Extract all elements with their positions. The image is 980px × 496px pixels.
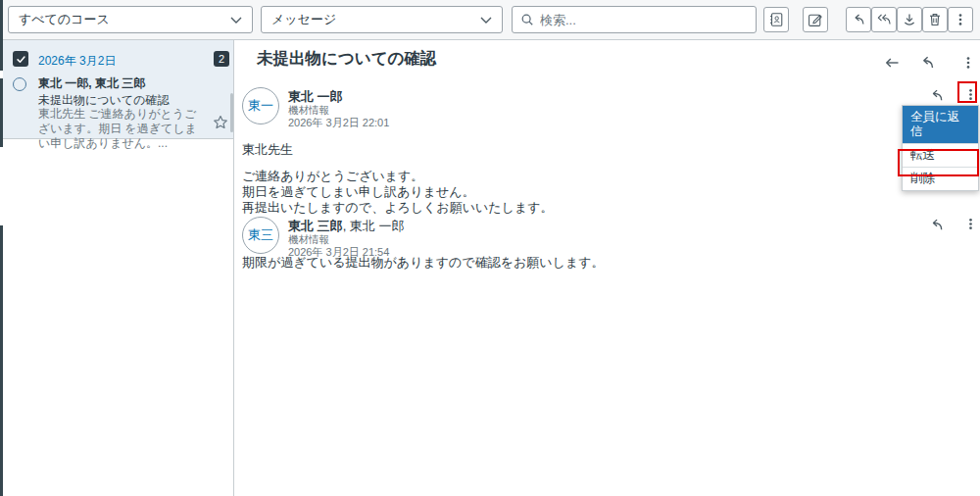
message-body: 東北先生 ご連絡ありがとうございます。 期日を過ぎてしまい申し訳ありません。 再… xyxy=(242,142,553,216)
thread-kebab-button[interactable] xyxy=(958,53,978,73)
kebab-icon xyxy=(953,12,968,27)
avatar: 東三 xyxy=(242,217,279,254)
author-name: 東北 一郎 xyxy=(288,89,343,104)
body-line: ご連絡ありがとうございます。 xyxy=(242,169,553,184)
body-blank-line xyxy=(242,158,553,169)
body-line: 再提出いたしますので、よろしくお願いいたします。 xyxy=(242,200,553,216)
reply-button[interactable] xyxy=(846,7,871,32)
message-kebab-button[interactable] xyxy=(961,85,979,103)
body-line: 期限が過ぎている提出物がありますので確認をお願いします。 xyxy=(242,255,604,271)
message-reply-button[interactable] xyxy=(927,216,945,233)
back-button[interactable] xyxy=(882,53,902,73)
archive-download-icon xyxy=(902,12,917,27)
chevron-down-icon xyxy=(480,17,492,24)
address-book-icon xyxy=(768,12,784,27)
message-body: 期限が過ぎている提出物がありますので確認をお願いします。 xyxy=(242,255,604,271)
message-context-menu: 全員に返信 転送 削除 xyxy=(902,105,979,191)
menu-item-delete[interactable]: 削除 xyxy=(903,167,978,190)
message-reply-button[interactable] xyxy=(927,86,945,104)
message-kebab-button[interactable] xyxy=(961,215,979,232)
conversation-list: 2026年 3月2日 2 東北 一郎, 東北 三郎 未提出物についての確認 東北… xyxy=(3,40,234,496)
left-nav-edge xyxy=(0,78,3,147)
conversation-list-item[interactable]: 2026年 3月2日 2 東北 一郎, 東北 三郎 未提出物についての確認 東北… xyxy=(3,40,233,139)
address-book-button[interactable] xyxy=(763,7,789,32)
co-authors: , 東北 一郎 xyxy=(343,219,405,233)
mailbox-filter-select[interactable]: メッセージ xyxy=(261,6,503,33)
avatar: 東一 xyxy=(242,87,279,124)
compose-icon xyxy=(808,12,823,27)
kebab-menu-button[interactable] xyxy=(948,7,973,32)
avatar-initials: 東一 xyxy=(248,97,273,115)
menu-item-forward[interactable]: 転送 xyxy=(903,143,978,167)
course-filter-value: すべてのコース xyxy=(19,11,110,28)
conversation-date: 2026年 3月2日 xyxy=(38,53,116,70)
thread-title: 未提出物についての確認 xyxy=(257,48,436,70)
unread-state-toggle[interactable] xyxy=(13,77,26,91)
trash-icon xyxy=(927,12,943,27)
star-icon[interactable] xyxy=(213,115,228,130)
inbox-screen: すべてのコース メッセージ xyxy=(0,0,980,496)
reply-icon xyxy=(851,12,866,27)
mailbox-filter-value: メッセージ xyxy=(271,11,336,28)
inbox-toolbar: すべてのコース メッセージ xyxy=(0,0,980,40)
body-line: 期日を過ぎてしまい申し訳ありません。 xyxy=(242,184,553,200)
reply-all-button[interactable] xyxy=(871,7,897,32)
sidebar-scrollbar[interactable] xyxy=(230,93,233,132)
unread-count-badge: 2 xyxy=(214,51,229,67)
search-icon xyxy=(520,13,534,26)
message-timestamp: 2026年 3月2日 22:01 xyxy=(288,116,389,130)
archive-download-button[interactable] xyxy=(897,7,922,32)
left-nav-edge xyxy=(0,0,3,71)
left-nav-edge xyxy=(0,225,3,496)
trash-button[interactable] xyxy=(922,7,948,32)
reply-all-icon xyxy=(876,12,892,27)
compose-button[interactable] xyxy=(803,7,828,32)
course-filter-select[interactable]: すべてのコース xyxy=(8,6,253,33)
menu-item-reply-all[interactable]: 全員に返信 xyxy=(903,106,978,143)
author-name: 東北 三郎 xyxy=(288,219,343,233)
search-field xyxy=(512,6,757,33)
search-input[interactable] xyxy=(540,13,736,27)
avatar-initials: 東三 xyxy=(248,226,273,244)
conversation-checkbox[interactable] xyxy=(13,51,28,67)
conversation-participants: 東北 一郎, 東北 三郎 xyxy=(38,75,145,92)
body-line: 東北先生 xyxy=(242,142,553,158)
chevron-down-icon xyxy=(230,17,242,24)
thread-reply-button[interactable] xyxy=(917,53,937,73)
conversation-preview: 東北先生 ご連絡ありがとうございます。期日 を過ぎてしまい申し訳ありません。..… xyxy=(38,107,207,151)
